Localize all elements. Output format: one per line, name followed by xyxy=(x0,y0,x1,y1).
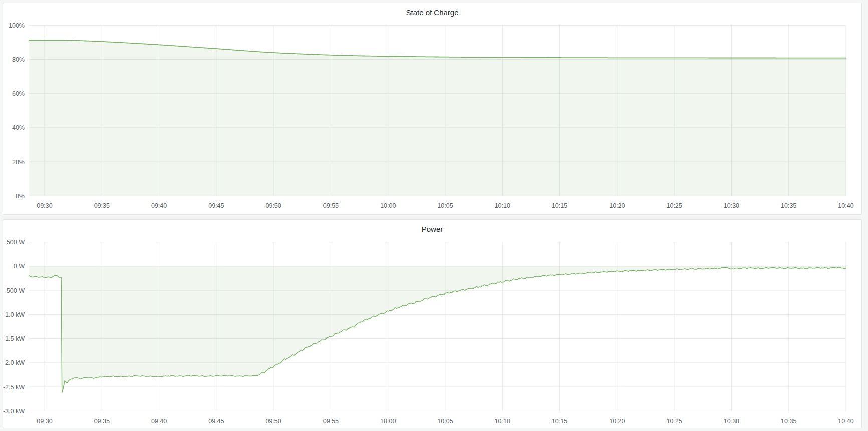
x-tick-label: 09:40 xyxy=(151,418,167,425)
x-tick-label: 09:30 xyxy=(37,202,52,209)
y-tick-label: -2.5 kW xyxy=(3,384,25,391)
dashboard: State of Charge 100%80%60%40%20%0%09:300… xyxy=(0,0,868,431)
y-tick-label: -1.0 kW xyxy=(3,311,25,318)
x-tick-label: 09:40 xyxy=(151,202,167,209)
state-of-charge-area xyxy=(29,40,846,196)
power-chart[interactable]: 500 W0 W-500 W-1.0 kW-1.5 kW-2.0 kW-2.5 … xyxy=(3,220,861,428)
y-tick-label: -500 W xyxy=(5,287,25,294)
x-tick-label: 10:25 xyxy=(666,418,682,425)
soc-chart[interactable]: 100%80%60%40%20%0%09:3009:3509:4009:4509… xyxy=(3,3,861,214)
x-tick-label: 10:15 xyxy=(552,202,567,209)
panel-state-of-charge: State of Charge 100%80%60%40%20%0%09:300… xyxy=(3,3,862,215)
x-tick-label: 10:05 xyxy=(437,202,453,209)
x-tick-label: 10:20 xyxy=(609,418,625,425)
x-tick-label: 10:30 xyxy=(724,418,739,425)
x-tick-label: 09:45 xyxy=(208,202,224,209)
y-tick-label: 20% xyxy=(12,159,25,166)
x-tick-label: 10:40 xyxy=(838,202,853,209)
x-tick-label: 10:05 xyxy=(437,418,453,425)
y-tick-label: 40% xyxy=(12,124,25,131)
y-tick-label: -2.0 kW xyxy=(3,359,25,366)
y-tick-label: 100% xyxy=(9,22,25,29)
y-tick-label: 80% xyxy=(12,56,25,63)
x-tick-label: 09:50 xyxy=(265,418,281,425)
x-tick-label: 09:50 xyxy=(265,202,281,209)
x-tick-label: 10:35 xyxy=(781,418,796,425)
y-tick-label: 0% xyxy=(16,193,25,200)
x-tick-label: 10:00 xyxy=(380,418,396,425)
x-tick-label: 09:55 xyxy=(323,418,339,425)
power-area xyxy=(29,266,846,393)
y-tick-label: -1.5 kW xyxy=(3,335,25,342)
x-tick-label: 10:30 xyxy=(724,202,739,209)
x-tick-label: 10:40 xyxy=(838,418,853,425)
panel-power: Power 500 W0 W-500 W-1.0 kW-1.5 kW-2.0 k… xyxy=(3,219,862,428)
x-tick-label: 10:15 xyxy=(552,418,567,425)
x-tick-label: 10:10 xyxy=(495,418,510,425)
y-tick-label: 0 W xyxy=(14,263,25,270)
x-tick-label: 09:55 xyxy=(323,202,339,209)
x-tick-label: 10:20 xyxy=(609,202,625,209)
y-tick-label: 60% xyxy=(12,90,25,97)
x-tick-label: 10:25 xyxy=(666,202,682,209)
x-tick-label: 10:00 xyxy=(380,202,396,209)
x-tick-label: 09:30 xyxy=(37,418,52,425)
x-tick-label: 10:10 xyxy=(495,202,510,209)
y-tick-label: -3.0 kW xyxy=(3,408,25,415)
x-tick-label: 09:45 xyxy=(208,418,224,425)
x-tick-label: 09:35 xyxy=(94,202,110,209)
y-tick-label: 500 W xyxy=(7,239,25,246)
x-tick-label: 10:35 xyxy=(781,202,796,209)
x-tick-label: 09:35 xyxy=(94,418,110,425)
